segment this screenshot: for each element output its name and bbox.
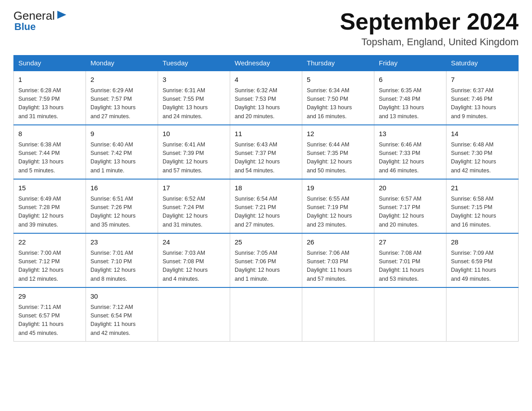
day-number: 11 <box>235 129 297 139</box>
day-info: Sunrise: 6:28 AM Sunset: 7:59 PM Dayligh… <box>18 86 81 121</box>
calendar-cell: 18Sunrise: 6:54 AM Sunset: 7:21 PM Dayli… <box>230 179 302 233</box>
calendar-cell: 26Sunrise: 7:06 AM Sunset: 7:03 PM Dayli… <box>302 233 374 287</box>
calendar-cell: 19Sunrise: 6:55 AM Sunset: 7:19 PM Dayli… <box>302 179 374 233</box>
day-number: 19 <box>307 183 369 193</box>
day-number: 28 <box>451 237 514 248</box>
day-info: Sunrise: 7:08 AM Sunset: 7:01 PM Dayligh… <box>379 249 442 284</box>
logo-flag-icon <box>56 10 69 20</box>
month-title: September 2024 <box>340 9 519 34</box>
weekday-header-sunday: Sunday <box>14 56 86 71</box>
day-number: 21 <box>451 183 514 193</box>
day-number: 27 <box>379 237 442 248</box>
day-info: Sunrise: 7:03 AM Sunset: 7:08 PM Dayligh… <box>163 249 225 284</box>
day-info: Sunrise: 6:43 AM Sunset: 7:37 PM Dayligh… <box>235 141 297 176</box>
day-info: Sunrise: 6:34 AM Sunset: 7:50 PM Dayligh… <box>307 86 369 121</box>
day-number: 1 <box>18 75 81 85</box>
header: General Blue September 2024 Topsham, Eng… <box>13 9 519 48</box>
day-number: 5 <box>307 75 369 85</box>
weekday-header-friday: Friday <box>374 56 446 71</box>
day-number: 20 <box>379 183 442 193</box>
location-subtitle: Topsham, England, United Kingdom <box>340 36 519 48</box>
svg-marker-0 <box>57 11 66 19</box>
day-info: Sunrise: 7:00 AM Sunset: 7:12 PM Dayligh… <box>18 249 81 284</box>
day-number: 22 <box>18 237 81 248</box>
calendar-cell: 24Sunrise: 7:03 AM Sunset: 7:08 PM Dayli… <box>158 233 230 287</box>
day-number: 9 <box>90 129 153 139</box>
day-number: 10 <box>163 129 225 139</box>
day-info: Sunrise: 6:41 AM Sunset: 7:39 PM Dayligh… <box>163 141 225 176</box>
calendar-cell: 2Sunrise: 6:29 AM Sunset: 7:57 PM Daylig… <box>86 71 158 125</box>
day-info: Sunrise: 6:32 AM Sunset: 7:53 PM Dayligh… <box>235 86 297 121</box>
calendar-week-row: 22Sunrise: 7:00 AM Sunset: 7:12 PM Dayli… <box>14 233 519 287</box>
day-number: 18 <box>235 183 297 193</box>
calendar-cell: 1Sunrise: 6:28 AM Sunset: 7:59 PM Daylig… <box>14 71 86 125</box>
calendar-cell: 27Sunrise: 7:08 AM Sunset: 7:01 PM Dayli… <box>374 233 446 287</box>
calendar-cell: 17Sunrise: 6:52 AM Sunset: 7:24 PM Dayli… <box>158 179 230 233</box>
day-info: Sunrise: 7:11 AM Sunset: 6:57 PM Dayligh… <box>18 303 81 338</box>
day-number: 3 <box>163 75 225 85</box>
day-info: Sunrise: 6:31 AM Sunset: 7:55 PM Dayligh… <box>163 86 225 121</box>
logo-area: General Blue <box>13 9 69 33</box>
calendar-cell: 10Sunrise: 6:41 AM Sunset: 7:39 PM Dayli… <box>158 125 230 179</box>
calendar-cell <box>374 287 446 342</box>
day-info: Sunrise: 6:46 AM Sunset: 7:33 PM Dayligh… <box>379 141 442 176</box>
logo-blue-text: Blue <box>14 21 36 33</box>
weekday-header-monday: Monday <box>86 56 158 71</box>
calendar-cell: 20Sunrise: 6:57 AM Sunset: 7:17 PM Dayli… <box>374 179 446 233</box>
calendar-table: SundayMondayTuesdayWednesdayThursdayFrid… <box>13 55 519 342</box>
calendar-cell: 8Sunrise: 6:38 AM Sunset: 7:44 PM Daylig… <box>14 125 86 179</box>
day-number: 29 <box>18 291 81 302</box>
calendar-cell: 16Sunrise: 6:51 AM Sunset: 7:26 PM Dayli… <box>86 179 158 233</box>
calendar-cell: 9Sunrise: 6:40 AM Sunset: 7:42 PM Daylig… <box>86 125 158 179</box>
day-info: Sunrise: 6:48 AM Sunset: 7:30 PM Dayligh… <box>451 141 514 176</box>
day-number: 14 <box>451 129 514 139</box>
calendar-cell: 12Sunrise: 6:44 AM Sunset: 7:35 PM Dayli… <box>302 125 374 179</box>
calendar-cell <box>446 287 519 342</box>
day-info: Sunrise: 6:57 AM Sunset: 7:17 PM Dayligh… <box>379 195 442 230</box>
calendar-cell: 23Sunrise: 7:01 AM Sunset: 7:10 PM Dayli… <box>86 233 158 287</box>
calendar-cell: 21Sunrise: 6:58 AM Sunset: 7:15 PM Dayli… <box>446 179 519 233</box>
calendar-week-row: 1Sunrise: 6:28 AM Sunset: 7:59 PM Daylig… <box>14 71 519 125</box>
day-info: Sunrise: 6:49 AM Sunset: 7:28 PM Dayligh… <box>18 195 81 230</box>
calendar-cell: 7Sunrise: 6:37 AM Sunset: 7:46 PM Daylig… <box>446 71 519 125</box>
weekday-header-tuesday: Tuesday <box>158 56 230 71</box>
calendar-cell: 3Sunrise: 6:31 AM Sunset: 7:55 PM Daylig… <box>158 71 230 125</box>
day-info: Sunrise: 6:40 AM Sunset: 7:42 PM Dayligh… <box>90 141 153 176</box>
day-info: Sunrise: 6:38 AM Sunset: 7:44 PM Dayligh… <box>18 141 81 176</box>
calendar-cell: 6Sunrise: 6:35 AM Sunset: 7:48 PM Daylig… <box>374 71 446 125</box>
calendar-cell <box>230 287 302 342</box>
day-number: 2 <box>90 75 153 85</box>
day-info: Sunrise: 7:05 AM Sunset: 7:06 PM Dayligh… <box>235 249 297 284</box>
day-number: 17 <box>163 183 225 193</box>
day-number: 23 <box>90 237 153 248</box>
day-number: 24 <box>163 237 225 248</box>
calendar-cell: 5Sunrise: 6:34 AM Sunset: 7:50 PM Daylig… <box>302 71 374 125</box>
calendar-week-row: 29Sunrise: 7:11 AM Sunset: 6:57 PM Dayli… <box>14 287 519 342</box>
day-number: 16 <box>90 183 153 193</box>
day-info: Sunrise: 7:09 AM Sunset: 6:59 PM Dayligh… <box>451 249 514 284</box>
calendar-cell <box>302 287 374 342</box>
day-number: 25 <box>235 237 297 248</box>
day-info: Sunrise: 6:44 AM Sunset: 7:35 PM Dayligh… <box>307 141 369 176</box>
day-number: 8 <box>18 129 81 139</box>
day-number: 12 <box>307 129 369 139</box>
weekday-header-thursday: Thursday <box>302 56 374 71</box>
calendar-cell: 14Sunrise: 6:48 AM Sunset: 7:30 PM Dayli… <box>446 125 519 179</box>
day-number: 13 <box>379 129 442 139</box>
day-number: 30 <box>90 291 153 302</box>
weekday-header-saturday: Saturday <box>446 56 519 71</box>
calendar-cell: 13Sunrise: 6:46 AM Sunset: 7:33 PM Dayli… <box>374 125 446 179</box>
day-info: Sunrise: 6:58 AM Sunset: 7:15 PM Dayligh… <box>451 195 514 230</box>
calendar-cell: 30Sunrise: 7:12 AM Sunset: 6:54 PM Dayli… <box>86 287 158 342</box>
calendar-cell <box>158 287 230 342</box>
day-info: Sunrise: 7:06 AM Sunset: 7:03 PM Dayligh… <box>307 249 369 284</box>
day-info: Sunrise: 6:55 AM Sunset: 7:19 PM Dayligh… <box>307 195 369 230</box>
day-number: 26 <box>307 237 369 248</box>
day-info: Sunrise: 6:35 AM Sunset: 7:48 PM Dayligh… <box>379 86 442 121</box>
calendar-cell: 22Sunrise: 7:00 AM Sunset: 7:12 PM Dayli… <box>14 233 86 287</box>
calendar-cell: 25Sunrise: 7:05 AM Sunset: 7:06 PM Dayli… <box>230 233 302 287</box>
day-number: 7 <box>451 75 514 85</box>
title-area: September 2024 Topsham, England, United … <box>340 9 519 48</box>
calendar-cell: 15Sunrise: 6:49 AM Sunset: 7:28 PM Dayli… <box>14 179 86 233</box>
calendar-week-row: 15Sunrise: 6:49 AM Sunset: 7:28 PM Dayli… <box>14 179 519 233</box>
